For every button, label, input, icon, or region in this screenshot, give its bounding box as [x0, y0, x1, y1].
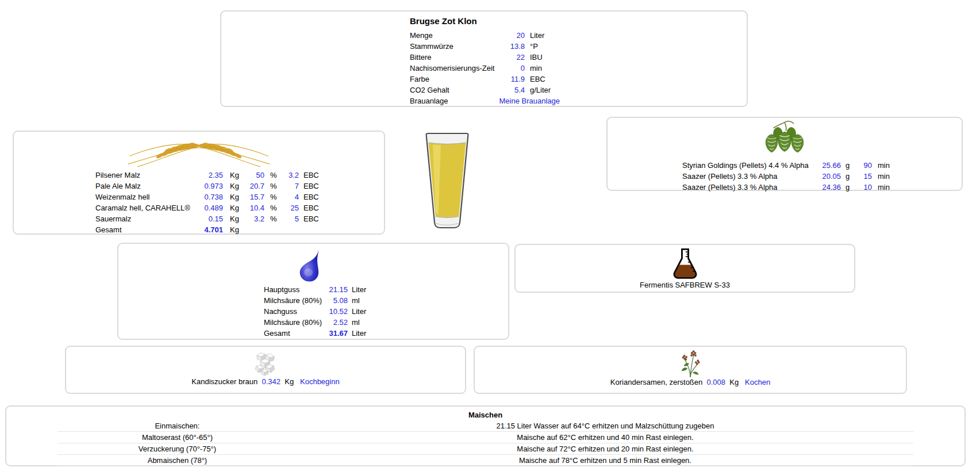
hop-time-unit: min [878, 172, 890, 181]
recipe-row-farbe: Farbe 11.9 EBC [221, 74, 747, 85]
mash-title: Maischen [6, 411, 964, 420]
malt-row: Weizenmalz hell 0.738 Kg 15.7 % 4 EBC [14, 192, 384, 202]
water-value: 10.52 [327, 307, 348, 316]
malt-amount: 0.738 [198, 193, 223, 201]
hop-time: 90 [854, 161, 872, 170]
sugar-cubes-icon [66, 350, 465, 377]
malt-percent: 10.4 [243, 204, 264, 212]
malt-ebc: 25 [279, 204, 299, 212]
malt-percent: 3.2 [243, 215, 264, 223]
spice-name: Koriandersamen, zerstoßen [610, 378, 702, 386]
param-label: Farbe [410, 75, 490, 83]
recipe-row-bittere: Bittere 22 IBU [221, 52, 747, 63]
hop-row: Saazer (Pellets) 3.3 % Alpha 20.05 g 15 … [608, 171, 962, 182]
spice-timing-link[interactable]: Kochen [745, 378, 770, 386]
param-value: 0 [490, 64, 525, 72]
brauanlage-link[interactable]: Meine Brauanlage [499, 97, 560, 105]
malt-percent: 15.7 [243, 193, 264, 201]
recipe-row-brauanlage: Brauanlage Meine Brauanlage [221, 95, 747, 106]
water-total-label: Gesamt [264, 329, 327, 338]
recipe-row-menge: Menge 20 Liter [221, 30, 747, 41]
malt-percent-unit: % [270, 171, 279, 179]
yeast-panel: Fermentis SAFBREW S-33 [514, 244, 855, 293]
malt-amount: 0.973 [198, 182, 223, 190]
malt-total-unit: Kg [230, 225, 243, 234]
param-label: Stammwürze [410, 42, 490, 51]
mash-step-row: Verzuckerung (70°-75°) Maische auf 72°C … [57, 443, 913, 455]
hop-time-unit: min [878, 161, 890, 170]
mash-step-description: 21.15 Liter Wasser auf 64°C erhitzen und… [297, 422, 913, 430]
malt-name: Sauermalz [95, 215, 198, 223]
malt-amount-unit: Kg [230, 204, 243, 212]
malt-row: Sauermalz 0.15 Kg 3.2 % 5 EBC [14, 213, 384, 224]
param-unit: EBC [530, 75, 545, 83]
water-unit: Liter [352, 285, 366, 294]
recipe-title: Brugse Zot Klon [221, 16, 747, 26]
mash-panel: Maischen Einmaischen: 21.15 Liter Wasser… [5, 405, 966, 466]
sugar-row: Kandiszucker braun 0.342 Kg Kochbeginn [66, 377, 465, 386]
param-value: 20 [490, 31, 525, 40]
hop-row: Styrian Goldings (Pellets) 4.4 % Alpha 2… [608, 160, 962, 171]
param-value: 13.8 [490, 42, 525, 51]
malt-amount: 0.489 [198, 204, 223, 212]
malt-row: Caramalz hell, CARAHELL® 0.489 Kg 10.4 %… [14, 202, 384, 213]
param-label: Brauanlage [410, 97, 490, 105]
malt-ebc: 7 [279, 182, 299, 190]
water-value: 2.52 [327, 318, 348, 327]
param-unit: g/Liter [530, 86, 551, 94]
spice-unit: Kg [729, 378, 739, 386]
malt-percent: 20.7 [243, 182, 264, 190]
hop-name: Styrian Goldings (Pellets) 4.4 % Alpha [682, 161, 814, 170]
water-row: Nachguss 10.52 Liter [118, 306, 508, 317]
sugar-unit: Kg [285, 377, 294, 386]
malt-percent-unit: % [270, 182, 279, 190]
malt-amount: 0.15 [198, 215, 223, 223]
sugar-panel: Kandiszucker braun 0.342 Kg Kochbeginn [65, 346, 466, 394]
malt-panel: Pilsener Malz 2.35 Kg 50 % 3.2 EBC Pale … [13, 131, 385, 235]
sugar-name: Kandiszucker braun [191, 377, 258, 386]
water-value: 5.08 [327, 296, 348, 305]
wheat-icon [14, 134, 384, 169]
malt-amount-unit: Kg [230, 182, 243, 190]
malt-row: Pilsener Malz 2.35 Kg 50 % 3.2 EBC [14, 170, 384, 181]
malt-amount: 2.35 [198, 171, 223, 179]
yeast-name: Fermentis SAFBREW S-33 [516, 281, 854, 289]
param-unit: IBU [530, 53, 543, 62]
water-panel: Hauptguss 21.15 Liter Milchsäure (80%) 5… [117, 243, 509, 340]
beer-glass-image [420, 130, 475, 233]
param-value: 22 [490, 53, 525, 62]
sugar-value: 0.342 [262, 377, 280, 386]
malt-name: Pilsener Malz [95, 171, 198, 179]
malt-ebc: 5 [279, 215, 299, 223]
hop-time: 15 [854, 172, 872, 181]
water-total-unit: Liter [352, 329, 366, 338]
water-label: Nachguss [264, 307, 327, 316]
sugar-timing-link[interactable]: Kochbeginn [300, 377, 340, 386]
param-value: 11.9 [490, 75, 525, 83]
water-row: Hauptguss 21.15 Liter [118, 284, 508, 295]
water-total-value: 31.67 [327, 329, 348, 338]
mash-step-description: Maische auf 78°C erhitzen und 5 min Rast… [297, 456, 913, 465]
malt-ebc-unit: EBC [303, 171, 319, 179]
mash-step-name: Verzuckerung (70°-75°) [57, 445, 297, 453]
malt-ebc-unit: EBC [303, 193, 319, 201]
water-row: Milchsäure (80%) 5.08 ml [118, 295, 508, 306]
water-unit: ml [352, 318, 360, 327]
param-unit: Liter [530, 31, 544, 40]
hops-icon [608, 120, 962, 158]
water-label: Milchsäure (80%) [264, 318, 327, 327]
hops-panel: Styrian Goldings (Pellets) 4.4 % Alpha 2… [606, 117, 963, 191]
water-droplet-icon [295, 248, 325, 285]
param-label: CO2 Gehalt [410, 86, 490, 94]
mash-step-name: Einmaischen: [57, 422, 297, 430]
hop-time: 10 [854, 183, 872, 192]
spice-panel: Koriandersamen, zerstoßen 0.008 Kg Koche… [474, 346, 907, 394]
hop-amount-unit: g [846, 183, 854, 192]
hop-row: Saazer (Pellets) 3.3 % Alpha 24.36 g 10 … [608, 182, 962, 193]
mash-step-row: Abmaischen (78°) Maische auf 78°C erhitz… [57, 455, 913, 466]
recipe-row-nachisomerisierung: Nachisomerisierungs-Zeit 0 min [221, 63, 747, 74]
water-label: Milchsäure (80%) [264, 296, 327, 305]
malt-ebc-unit: EBC [303, 215, 319, 223]
recipe-row-co2: CO2 Gehalt 5.4 g/Liter [221, 85, 747, 95]
spice-value: 0.008 [707, 378, 726, 386]
